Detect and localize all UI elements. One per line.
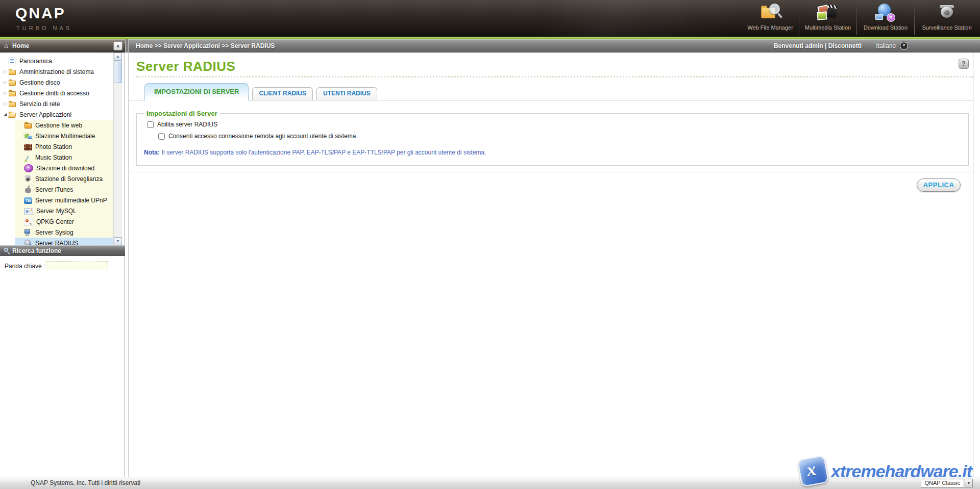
sidebar-item-stazione-di-sorveglianza[interactable]: Stazione di Sorveglianza [15, 173, 113, 184]
xtremehardware-logo-icon [797, 455, 829, 487]
enable-radius-label: Abilita server RADIUS [157, 121, 217, 128]
expand-arrow-icon[interactable] [2, 80, 8, 85]
collapse-arrow-icon[interactable] [2, 112, 8, 117]
allow-remote-label: Consenti accesso connessione remota agli… [168, 133, 356, 140]
shortcut-download-station[interactable]: Download Station [857, 0, 914, 37]
qnap-admin-screen: QNAP TURBO NAS Web File ManagerMultimedi… [0, 0, 980, 489]
note-text: Il server RADIUS supporta solo l'autenti… [162, 149, 486, 156]
welcome-area: Benvenuti admin | Disconnetti [774, 42, 862, 49]
breadcrumb-bar: Home >> Server Applicazioni >> Server RA… [129, 39, 980, 53]
sidebar-item-gestione-diritti-di-accesso[interactable]: Gestione diritti di accesso [0, 88, 113, 98]
sidebar-item-gestione-disco[interactable]: Gestione disco [0, 77, 113, 88]
sidebar-item-stazione-di-download[interactable]: Stazione di download [15, 163, 113, 173]
sidebar-item-stazione-multimediale[interactable]: Stazione Multimediale [15, 131, 113, 141]
server-settings-panel: Impostazioni di Server Abilita server RA… [136, 113, 969, 166]
scroll-down-icon[interactable] [114, 237, 122, 245]
sidebar-item-qpkg-center[interactable]: QPKG Center [15, 216, 113, 227]
sidebar-item-gestione-file-web[interactable]: Gestione file web [15, 120, 113, 131]
qnap-logo-subtitle: TURBO NAS [16, 25, 72, 31]
folder-icon [8, 68, 16, 76]
photo-icon [24, 144, 32, 150]
shortcut-surveillance-station[interactable]: Surveillance Station [915, 0, 979, 37]
sidebar-item-photo-station[interactable]: Photo Station [15, 141, 113, 152]
sidebar-item-music-station[interactable]: Music Station [15, 152, 113, 163]
content-separator [129, 172, 973, 172]
welcome-separator: | [825, 42, 826, 49]
title-divider [136, 76, 973, 78]
sidebar-item-server-multimediale-upnp[interactable]: Server multimediale UPnP [15, 195, 113, 205]
shortcut-label: Download Station [857, 24, 914, 31]
apply-button[interactable]: APPLICA [917, 178, 961, 192]
apple-icon [24, 186, 32, 194]
sidebar-collapse-button[interactable] [113, 41, 122, 50]
overview-icon [8, 57, 16, 65]
search-icon [4, 248, 8, 252]
top-header: QNAP TURBO NAS Web File ManagerMultimedi… [0, 0, 980, 37]
language-dropdown-icon[interactable] [900, 42, 908, 50]
allow-remote-checkbox[interactable] [158, 133, 165, 140]
shortcut-label: Web File Manager [742, 24, 799, 31]
logout-link[interactable]: Disconnetti [828, 42, 862, 49]
sidebar-item-label: Gestione diritti di accesso [19, 90, 89, 97]
sidebar-item-label: Gestione disco [19, 79, 60, 86]
folder-open-icon [8, 111, 16, 119]
shortcut-label: Multimedia Station [799, 24, 856, 31]
multimedia-icon [24, 132, 32, 140]
scrollbar-thumb[interactable] [114, 62, 122, 83]
sidebar-item-servizio-di-rete[interactable]: Servizio di rete [0, 98, 113, 109]
sidebar-item-label: Server RADIUS [35, 240, 78, 246]
sidebar-item-server-itunes[interactable]: Server iTunes [15, 184, 113, 195]
copyright-text: QNAP Systems, Inc. Tutti i diritti riser… [31, 479, 140, 486]
sidebar-item-server-applicazioni[interactable]: Server Applicazioni [0, 109, 113, 120]
sidebar-item-label: Servizio di rete [19, 100, 60, 108]
sidebar-item-panoramica[interactable]: Panoramica [0, 56, 113, 66]
download-icon [24, 164, 33, 172]
keyword-label: Parola chiave : [5, 263, 45, 270]
sidebar-header: Home [0, 39, 125, 53]
tab-client-radius[interactable]: CLIENT RADIUS [252, 87, 313, 100]
expand-arrow-icon[interactable] [2, 101, 8, 106]
expand-arrow-icon[interactable] [2, 69, 8, 74]
webfolder-icon [24, 121, 32, 130]
qnap-logo: QNAP TURBO NAS [15, 5, 72, 31]
tree-scrollbar[interactable] [113, 53, 122, 245]
page-title: Server RADIUS [136, 59, 235, 74]
tab-utenti-radius[interactable]: UTENTI RADIUS [316, 87, 377, 100]
shortcut-label: Surveillance Station [915, 24, 979, 31]
scroll-up-icon[interactable] [114, 53, 122, 61]
allow-remote-row: Consenti accesso connessione remota agli… [158, 133, 356, 140]
enable-radius-checkbox[interactable] [147, 121, 154, 128]
xtremehardware-text: xtremehardware.it [831, 461, 972, 481]
sidebar: PanoramicaAmministrazione di sistemaGest… [0, 53, 125, 477]
sidebar-item-label: Server multimediale UPnP [35, 197, 107, 204]
welcome-text: Benvenuti admin [774, 42, 823, 49]
sidebar-item-server-radius[interactable]: Server RADIUS [15, 238, 113, 245]
folder-icon [8, 89, 16, 97]
help-button[interactable] [959, 59, 969, 69]
folder-icon [8, 100, 16, 108]
sidebar-item-label: Photo Station [35, 143, 72, 150]
xtremehardware-watermark: xtremehardware.it [799, 457, 972, 485]
upnp-icon [24, 197, 32, 204]
content-right-border [973, 53, 973, 477]
function-search-header[interactable]: Ricerca funzione [0, 245, 125, 256]
shortcut-web-file-manager[interactable]: Web File Manager [742, 0, 799, 37]
panel-divider [125, 39, 129, 53]
surv-icon [24, 175, 32, 183]
expand-arrow-icon[interactable] [2, 91, 8, 95]
home-icon [4, 42, 8, 49]
sidebar-item-label: Stazione Multimediale [35, 133, 95, 140]
shortcut-multimedia-station[interactable]: Multimedia Station [799, 0, 856, 37]
language-selector[interactable]: Italiano [876, 42, 908, 50]
sidebar-header-title: Home [12, 42, 29, 49]
sidebar-item-label: Server MySQL [36, 208, 77, 215]
web-file-manager-icon [759, 3, 781, 23]
tab-impostazioni-di-server[interactable]: IMPOSTAZIONI DI SERVER [144, 83, 249, 100]
sidebar-item-server-syslog[interactable]: Server Syslog [15, 227, 113, 238]
qpkg-icon [24, 218, 33, 226]
sidebar-item-label: Stazione di Sorveglianza [35, 175, 103, 183]
sidebar-item-amministrazione-di-sistema[interactable]: Amministrazione di sistema [0, 66, 113, 77]
keyword-input[interactable] [46, 261, 108, 270]
syslog-icon [24, 228, 32, 237]
sidebar-item-server-mysql[interactable]: Server MySQL [15, 205, 113, 216]
